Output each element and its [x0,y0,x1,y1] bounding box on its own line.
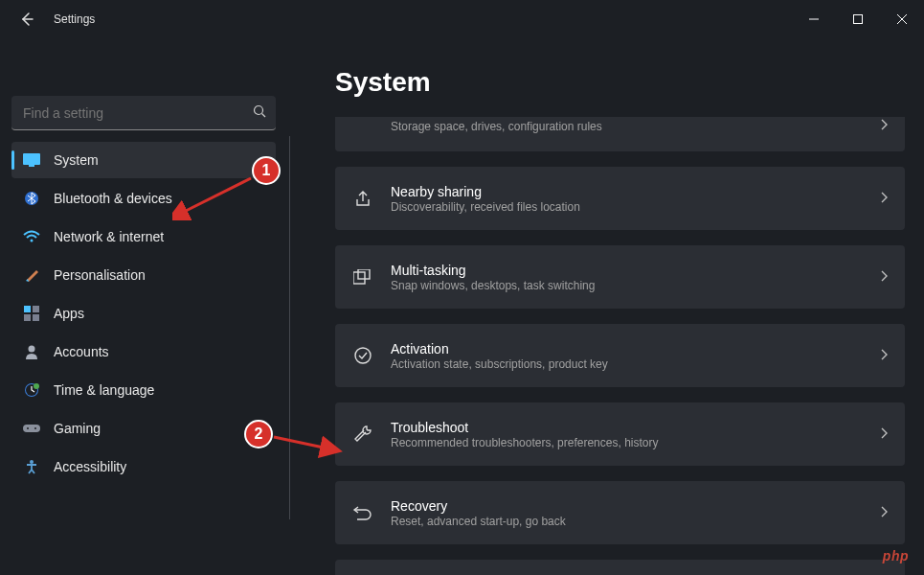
search-icon [253,104,266,122]
sidebar-item-label: Accounts [54,344,109,359]
maximize-button[interactable] [836,4,880,34]
card-text: Troubleshoot Recommended troubleshooters… [391,420,863,449]
brush-icon [23,266,40,284]
app-title: Settings [54,12,95,26]
maximize-icon [853,14,863,24]
card-text: Multi-tasking Snap windows, desktops, ta… [391,263,863,292]
window-controls [792,4,924,34]
card-title: Troubleshoot [391,420,863,435]
sidebar-item-network[interactable]: Network & internet [11,218,276,255]
close-icon [897,14,907,24]
svg-point-20 [355,348,371,363]
recovery-icon [352,502,373,523]
sidebar-item-time-language[interactable]: Time & language [11,372,276,408]
card-storage[interactable]: Storage space, drives, configuration rul… [335,117,905,151]
svg-point-1 [255,106,263,115]
display-icon [23,151,40,169]
accessibility-icon [23,458,40,475]
sidebar: System Bluetooth & devices Network & int… [0,38,287,575]
title-bar-left: Settings [15,8,95,31]
card-activation[interactable]: Activation Activation state, subscriptio… [335,324,905,387]
sidebar-item-apps[interactable]: Apps [11,295,276,332]
svg-rect-8 [24,314,31,321]
annotation-arrow-2 [272,431,349,460]
svg-rect-2 [23,153,40,165]
card-title: Activation [391,341,863,356]
sidebar-item-label: Apps [54,306,84,321]
svg-point-17 [30,460,34,464]
chevron-right-icon [880,347,888,364]
gamepad-icon [23,420,40,437]
svg-point-10 [29,346,35,353]
search-input[interactable] [11,96,276,130]
svg-point-5 [31,240,34,242]
search-wrapper [11,96,276,130]
multitask-icon [352,266,373,288]
watermark: php [883,548,909,564]
chevron-right-icon [880,426,888,443]
card-nearby-sharing[interactable]: Nearby sharing Discoverability, received… [335,167,905,230]
card-title: Nearby sharing [391,184,863,199]
card-recovery[interactable]: Recovery Reset, advanced start-up, go ba… [335,481,905,544]
card-multi-tasking[interactable]: Multi-tasking Snap windows, desktops, ta… [335,245,905,309]
card-subtitle: Reset, advanced start-up, go back [391,515,863,528]
card-subtitle: Activation state, subscriptions, product… [391,357,863,371]
svg-rect-7 [33,306,39,312]
sidebar-item-accounts[interactable]: Accounts [11,334,276,370]
chevron-right-icon [880,117,888,134]
person-icon [23,343,40,360]
minimize-icon [809,14,819,24]
svg-rect-14 [23,425,40,432]
svg-point-13 [34,383,39,389]
card-troubleshoot[interactable]: Troubleshoot Recommended troubleshooters… [335,402,905,466]
card-text: Recovery Reset, advanced start-up, go ba… [391,498,863,528]
sidebar-item-label: Gaming [54,421,101,436]
card-subtitle: Snap windows, desktops, task switching [391,279,863,292]
bluetooth-icon [23,190,40,207]
sidebar-item-personalisation[interactable]: Personalisation [11,257,276,293]
close-button[interactable] [880,4,924,34]
sidebar-item-label: Personalisation [54,267,146,283]
apps-icon [23,305,40,322]
card-text: Storage space, drives, configuration rul… [391,117,863,133]
svg-rect-18 [353,272,365,284]
sidebar-item-label: Network & internet [54,229,164,244]
main-layout: System Bluetooth & devices Network & int… [0,38,924,575]
card-title: Recovery [391,498,863,514]
page-title: System [335,67,905,98]
minimize-button[interactable] [792,4,836,34]
share-icon [352,188,373,209]
sidebar-item-accessibility[interactable]: Accessibility [11,448,276,485]
card-subtitle: Storage space, drives, configuration rul… [391,120,863,133]
chevron-right-icon [880,190,888,207]
sidebar-item-label: Accessibility [54,459,126,474]
svg-rect-3 [29,165,34,167]
card-title: Multi-tasking [391,263,863,278]
wifi-icon [23,228,40,245]
svg-rect-6 [24,306,31,312]
card-projecting[interactable]: Projecting to this PC Permissions, pairi… [335,560,905,575]
sidebar-item-label: System [54,152,99,168]
wrench-icon [352,424,373,445]
check-circle-icon [352,345,373,366]
card-subtitle: Discoverability, received files location [391,200,863,214]
chevron-right-icon [880,504,888,521]
svg-point-16 [34,427,36,429]
sidebar-item-gaming[interactable]: Gaming [11,410,276,447]
title-bar: Settings [0,0,924,38]
back-button[interactable] [15,8,38,31]
card-list: Storage space, drives, configuration rul… [335,117,905,575]
card-subtitle: Recommended troubleshooters, preferences… [391,436,863,449]
back-arrow-icon [19,12,34,27]
card-text: Activation Activation state, subscriptio… [391,341,863,371]
svg-rect-0 [854,15,863,24]
annotation-badge-1: 1 [252,156,281,185]
sidebar-item-label: Bluetooth & devices [54,191,172,206]
scroll-divider [289,136,290,519]
svg-rect-19 [358,269,370,279]
svg-rect-9 [33,314,39,321]
annotation-arrow-1 [172,172,259,220]
svg-point-15 [27,427,29,429]
storage-icon [352,117,373,138]
annotation-badge-2: 2 [244,420,273,448]
